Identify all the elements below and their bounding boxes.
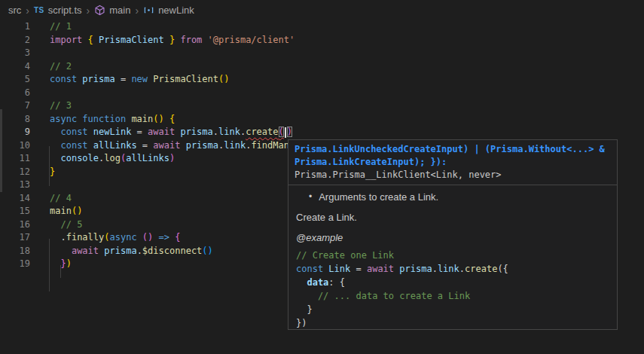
code-token: prisma (399, 264, 432, 274)
symbol-function-cube-icon (94, 5, 105, 16)
code-line[interactable]: 1// 1 (0, 20, 644, 34)
code-token: newLink (93, 127, 137, 137)
parameter-doc-item: • Arguments to create a Link. (296, 191, 609, 203)
code-token: '@prisma/client' (208, 35, 295, 45)
code-token: : { (328, 277, 345, 288)
code-token: } (60, 258, 66, 269)
code-line[interactable]: 8async function main() { (0, 113, 644, 127)
doc-example-code: // Create one Linkconst Link = await pri… (296, 249, 609, 330)
code-token: // 4 (50, 193, 72, 203)
code-token: console (60, 153, 99, 163)
code-token: data (296, 277, 328, 288)
example-code-line: // ... data to create a Link (296, 289, 609, 303)
breadcrumb-item-file[interactable]: TS script.ts (34, 5, 82, 16)
code-token: Prisma.Prisma__LinkClient<Link, never> (295, 169, 502, 180)
code-token: { (175, 232, 180, 243)
code-token: . (459, 264, 465, 274)
editor-window: src › TS script.ts › main › (0, 0, 644, 354)
code-line[interactable]: 5const prisma = new PrismaClient() (0, 73, 644, 87)
code-token: // Create one Link (296, 250, 394, 261)
code-token: allLinks (93, 140, 142, 151)
code-token: = (137, 127, 148, 137)
code-token: const (60, 127, 93, 137)
code-token: link (224, 140, 246, 151)
code-line[interactable]: 7// 3 (0, 99, 644, 113)
breadcrumb-item-src[interactable]: src (8, 5, 21, 16)
code-line[interactable]: 2import { PrismaClient } from '@prisma/c… (0, 34, 644, 47)
signature-line: Prisma.Prisma__LinkClient<Link, never> (295, 169, 611, 182)
typescript-file-icon: TS (34, 6, 44, 14)
line-number: 6 (0, 87, 30, 100)
code-token: const (296, 264, 328, 274)
code-token: create (246, 127, 278, 137)
example-code-line: // Create one Link (296, 249, 609, 262)
code-token: await (153, 140, 185, 151)
line-number: 2 (0, 34, 30, 47)
code-line[interactable]: 6 (0, 87, 644, 100)
code-token: $disconnect (142, 246, 202, 256)
code-token: Prisma.LinkUncheckedCreateInput) | (Pris… (295, 144, 605, 154)
code-token: prisma (104, 246, 136, 256)
code-token: } (296, 304, 313, 315)
code-token: () (142, 232, 153, 243)
bullet-icon: • (309, 191, 312, 203)
code-token: from (175, 35, 207, 45)
text-cursor (285, 127, 286, 138)
signature-help-tooltip: Prisma.LinkUncheckedCreateInput) | (Pris… (288, 139, 618, 330)
line-number: 5 (0, 73, 30, 87)
line-number: 18 (0, 245, 30, 258)
code-token: . (50, 232, 66, 243)
line-number: 15 (0, 205, 30, 218)
example-code-line: }) (296, 316, 609, 330)
code-token (50, 140, 60, 151)
code-token: () (202, 246, 212, 256)
example-code-line: const Link = await prisma.link.create({ (296, 262, 609, 276)
code-token: link (438, 264, 459, 274)
code-token: await (367, 264, 399, 274)
breadcrumb-file-label: script.ts (48, 5, 82, 16)
code-token: = (356, 264, 366, 274)
line-number: 11 (0, 152, 30, 166)
parameter-doc-text: Arguments to create a Link. (319, 191, 438, 203)
code-token: new (131, 74, 153, 84)
code-line[interactable]: 9 const newLink = await prisma.link.crea… (0, 126, 644, 139)
code-token: prisma (82, 74, 121, 84)
line-number: 1 (0, 20, 30, 34)
code-token: link (218, 127, 240, 137)
example-code-line: } (296, 303, 609, 316)
indent-guide (49, 239, 50, 291)
code-token: await (72, 246, 104, 256)
line-number: 16 (0, 218, 30, 232)
code-token: // 5 (60, 219, 82, 230)
code-token (50, 219, 60, 230)
code-token: }) (296, 318, 307, 328)
code-token: = (121, 74, 131, 84)
code-token: ) (66, 258, 72, 269)
code-token: finally (66, 232, 105, 243)
code-token (50, 246, 72, 256)
signature-line: Prisma.LinkCreateInput); }): (295, 156, 611, 169)
code-token: create (465, 264, 497, 274)
breadcrumb-item-main[interactable]: main (94, 5, 130, 16)
line-number: 13 (0, 179, 30, 192)
code-token: const (60, 140, 93, 151)
doc-description: Create a Link. (296, 212, 609, 223)
code-line[interactable]: 3 (0, 47, 644, 60)
code-line[interactable]: 4// 2 (0, 60, 644, 74)
breadcrumb-separator-icon: › (87, 5, 90, 16)
code-token: () (72, 206, 82, 216)
code-token: async (110, 232, 142, 243)
breadcrumb-symbol-label: main (109, 5, 130, 16)
code-token: const (50, 74, 82, 84)
code-token: => (159, 232, 169, 243)
code-token: prisma (180, 127, 212, 137)
code-token: . (137, 246, 142, 256)
breadcrumb-symbol-label: newLink (158, 5, 194, 16)
indent-guide (49, 146, 50, 186)
line-number: 19 (0, 258, 30, 271)
code-token: await (148, 127, 180, 137)
code-token: allLinks (126, 153, 169, 163)
code-token: . (432, 264, 438, 274)
breadcrumb-item-newlink[interactable]: newLink (143, 5, 194, 16)
code-token: // ... data to create a Link (296, 291, 470, 301)
